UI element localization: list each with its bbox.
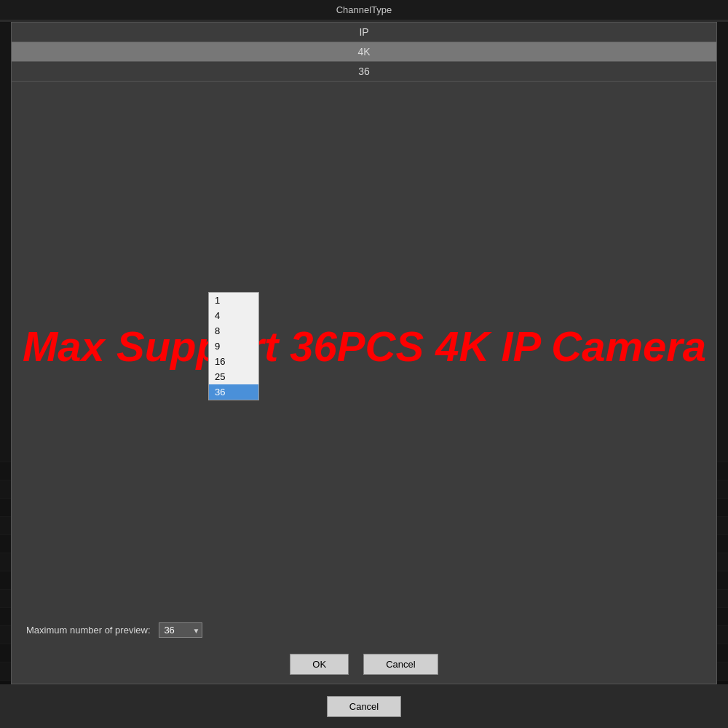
ip-cell: IP — [12, 23, 716, 42]
preview-select-wrapper[interactable]: 1489162536 ▼ — [159, 622, 202, 638]
title-bar: ChannelType — [0, 0, 728, 20]
table-row-4k[interactable]: 4K — [12, 42, 716, 62]
dropdown-option-36[interactable]: 36 — [209, 384, 258, 400]
dropdown-option-8[interactable]: 8 — [209, 323, 258, 339]
promo-text: Max Support 36PCS 4K IP Camera — [23, 323, 706, 370]
title-text: ChannelType — [336, 4, 392, 15]
dropdown-option-9[interactable]: 9 — [209, 339, 258, 354]
modal-buttons: OK Cancel — [12, 645, 716, 684]
modal-dialog: IP 4K 36 Max Support 36PCS 4K IP Camera … — [11, 22, 717, 684]
cancel-button[interactable]: Cancel — [363, 654, 438, 675]
dropdown-option-16[interactable]: 16 — [209, 354, 258, 369]
bottom-cancel-button[interactable]: Cancel — [327, 696, 401, 717]
preview-select[interactable]: 1489162536 — [159, 622, 202, 638]
36-cell: 36 — [12, 62, 716, 82]
preview-area: Maximum number of preview: 1489162536 ▼ — [12, 612, 716, 645]
4k-cell: 4K — [12, 42, 716, 62]
preview-label: Maximum number of preview: — [26, 625, 151, 636]
dropdown-option-1[interactable]: 1 — [209, 293, 258, 308]
dropdown-option-25[interactable]: 25 — [209, 369, 258, 384]
table-row-ip[interactable]: IP — [12, 23, 716, 42]
bottom-cancel-area: Cancel — [0, 684, 728, 728]
table-row-36[interactable]: 36 — [12, 62, 716, 82]
ok-button[interactable]: OK — [290, 654, 349, 675]
dropdown-option-4[interactable]: 4 — [209, 308, 258, 323]
promo-area: Max Support 36PCS 4K IP Camera — [12, 82, 716, 612]
channel-type-table: IP 4K 36 — [12, 23, 716, 82]
dropdown-list[interactable]: 1 4 8 9 16 25 36 — [208, 292, 259, 400]
